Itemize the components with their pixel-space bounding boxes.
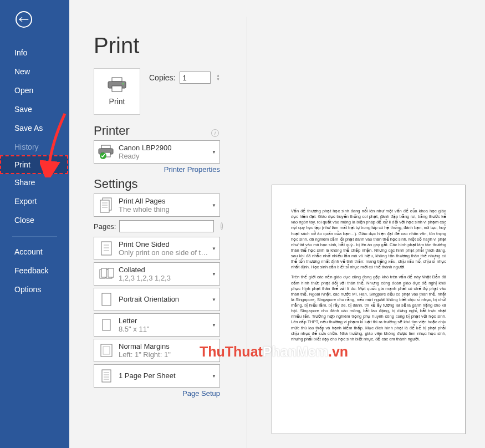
copies-spinner[interactable]: ▲▼ bbox=[215, 74, 221, 82]
svg-rect-26 bbox=[103, 319, 110, 330]
chevron-down-icon: ▼ bbox=[212, 297, 216, 302]
printer-name: Canon LBP2900 bbox=[119, 144, 210, 152]
svg-rect-29 bbox=[102, 370, 111, 382]
portrait-icon bbox=[98, 291, 115, 308]
dd-sub: Left: 1" Right: 1" bbox=[119, 350, 210, 359]
nav-save-as[interactable]: Save As bbox=[0, 119, 69, 138]
backstage-sidebar: Info New Open Save Save As History Print… bbox=[0, 0, 69, 448]
preview-divider bbox=[247, 17, 247, 448]
chevron-down-icon: ▼ bbox=[212, 323, 216, 328]
pages-label: Pages: bbox=[94, 222, 116, 231]
dd-sub: Only print on one side of th… bbox=[119, 248, 210, 257]
dd-label: 1 Page Per Sheet bbox=[119, 370, 210, 382]
nav-print[interactable]: Print bbox=[0, 155, 68, 174]
svg-rect-25 bbox=[102, 293, 111, 306]
dd-sub: 1,2,3 1,2,3 1,2,3 bbox=[119, 274, 210, 282]
nav-divider bbox=[12, 236, 57, 237]
svg-rect-27 bbox=[101, 344, 112, 357]
per-sheet-icon bbox=[98, 367, 115, 385]
chevron-down-icon: ▼ bbox=[212, 203, 216, 208]
info-icon[interactable]: i bbox=[221, 222, 223, 230]
collate-dropdown[interactable]: Collated 1,2,3 1,2,3 1,2,3 ▼ bbox=[94, 262, 220, 286]
nav-new[interactable]: New bbox=[0, 62, 69, 81]
margins-dropdown[interactable]: Normal Margins Left: 1" Right: 1" ▼ bbox=[94, 339, 220, 362]
chevron-down-icon: ▼ bbox=[212, 348, 216, 353]
preview-paragraph: Vấn đề thương phạt học sinh đang nổi lên… bbox=[291, 208, 446, 270]
print-button[interactable]: Print bbox=[94, 68, 140, 115]
nav-export[interactable]: Export bbox=[0, 192, 69, 211]
dd-sub: 8.5" x 11" bbox=[119, 325, 210, 333]
copies-input[interactable] bbox=[180, 72, 211, 84]
printer-icon bbox=[108, 77, 126, 93]
preview-paragraph: Trên thế giới các nền giáo dục cũng đang… bbox=[291, 274, 446, 342]
pages-icon bbox=[98, 196, 115, 214]
svg-rect-8 bbox=[101, 145, 110, 149]
nav-info[interactable]: Info bbox=[0, 43, 69, 62]
info-icon[interactable]: i bbox=[211, 129, 219, 137]
chevron-down-icon: ▼ bbox=[212, 246, 216, 251]
page-title: Print bbox=[94, 33, 485, 58]
nav-save[interactable]: Save bbox=[0, 100, 69, 119]
svg-rect-17 bbox=[101, 242, 111, 255]
dd-label: Print One Sided bbox=[119, 240, 210, 248]
orientation-dropdown[interactable]: Portrait Orientation ▼ bbox=[94, 288, 220, 311]
pages-per-sheet-dropdown[interactable]: 1 Page Per Sheet ▼ bbox=[94, 364, 220, 388]
print-preview: Vấn đề thương phạt học sinh đang nổi lên… bbox=[272, 185, 466, 434]
margins-icon bbox=[98, 342, 115, 359]
svg-point-7 bbox=[122, 83, 124, 85]
page-setup-link[interactable]: Page Setup bbox=[94, 389, 220, 398]
chevron-down-icon: ▼ bbox=[212, 374, 216, 379]
dd-label: Collated bbox=[119, 266, 210, 274]
nav-close[interactable]: Close bbox=[0, 211, 69, 230]
dd-label: Letter bbox=[119, 317, 210, 325]
printer-properties-link[interactable]: Printer Properties bbox=[94, 165, 220, 174]
chevron-down-icon: ▼ bbox=[212, 272, 216, 277]
dd-sub: The whole thing bbox=[119, 205, 210, 213]
svg-rect-6 bbox=[112, 86, 122, 91]
pages-input[interactable] bbox=[119, 220, 214, 232]
print-button-label: Print bbox=[109, 97, 125, 106]
svg-rect-13 bbox=[100, 200, 109, 212]
svg-rect-24 bbox=[108, 268, 114, 277]
dd-label: Portrait Orientation bbox=[119, 293, 210, 306]
print-range-dropdown[interactable]: Print All Pages The whole thing ▼ bbox=[94, 194, 220, 217]
nav-options[interactable]: Options bbox=[0, 280, 69, 299]
nav-account[interactable]: Account bbox=[0, 242, 69, 261]
printer-status: Ready bbox=[119, 152, 210, 160]
nav-history: History bbox=[0, 138, 69, 156]
nav-feedback[interactable]: Feedback bbox=[0, 261, 69, 280]
collated-icon bbox=[98, 265, 115, 283]
svg-rect-4 bbox=[112, 78, 122, 82]
nav-share[interactable]: Share bbox=[0, 173, 69, 192]
chevron-down-icon: ▼ bbox=[212, 150, 216, 155]
back-button[interactable] bbox=[16, 11, 32, 28]
printer-dropdown[interactable]: Canon LBP2900 Ready ▼ bbox=[94, 140, 220, 164]
nav-open[interactable]: Open bbox=[0, 81, 69, 100]
sides-dropdown[interactable]: Print One Sided Only print on one side o… bbox=[94, 237, 220, 260]
paper-icon bbox=[98, 316, 115, 334]
printer-ready-icon bbox=[98, 143, 115, 161]
one-sided-icon bbox=[98, 240, 115, 257]
printer-heading: Printer bbox=[94, 124, 130, 138]
dd-label: Normal Margins bbox=[119, 342, 210, 350]
copies-label: Copies: bbox=[149, 73, 175, 82]
dd-label: Print All Pages bbox=[119, 197, 210, 205]
paper-size-dropdown[interactable]: Letter 8.5" x 11" ▼ bbox=[94, 313, 220, 337]
